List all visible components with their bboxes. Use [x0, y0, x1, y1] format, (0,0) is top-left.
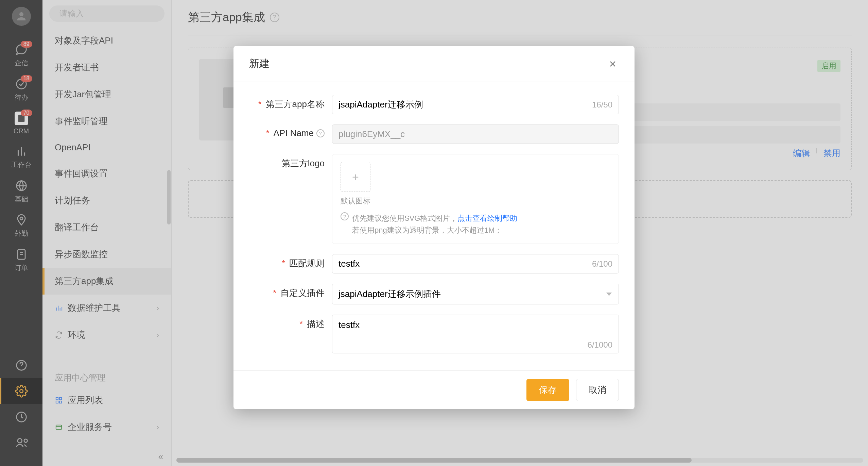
modal-title: 新建	[249, 57, 607, 71]
label-app-name: 第三方app名称	[266, 98, 325, 110]
textarea-desc[interactable]	[338, 320, 612, 347]
textarea-desc-wrap[interactable]: 6/1000	[332, 315, 619, 353]
counter-rule: 6/100	[592, 259, 612, 269]
input-app-name-wrap[interactable]: 16/50	[332, 95, 619, 114]
value-api-name: plugin6EyMX__c	[338, 129, 405, 139]
input-rule[interactable]	[338, 259, 592, 269]
counter-desc: 6/1000	[588, 340, 612, 350]
upload-area: + 默认图标 ? 优先建议您使用SVG格式图片，点击查看绘制帮助 若使用png建…	[332, 154, 619, 244]
label-rule: 匹配规则	[289, 257, 325, 269]
input-api-name-wrap: plugin6EyMX__c	[332, 124, 619, 144]
upload-button[interactable]: +	[341, 162, 370, 192]
select-plugin-value: jsapiAdapter迁移示例插件	[338, 288, 441, 300]
help-icon[interactable]: ?	[341, 212, 349, 220]
input-app-name[interactable]	[338, 99, 592, 110]
label-plugin: 自定义插件	[280, 287, 325, 299]
label-desc: 描述	[307, 318, 325, 330]
label-logo: 第三方logo	[281, 157, 325, 169]
help-icon[interactable]: ?	[316, 129, 325, 137]
cancel-button[interactable]: 取消	[576, 379, 619, 401]
close-button[interactable]	[607, 58, 619, 70]
close-icon	[608, 59, 618, 69]
save-button[interactable]: 保存	[526, 379, 569, 401]
modal-overlay: 新建 *第三方app名称 16/50 *API Name ? pl	[0, 0, 868, 466]
select-plugin[interactable]: jsapiAdapter迁移示例插件	[332, 284, 619, 304]
upload-default-label: 默认图标	[341, 196, 610, 206]
create-modal: 新建 *第三方app名称 16/50 *API Name ? pl	[233, 46, 635, 409]
upload-hint: 优先建议您使用SVG格式图片，点击查看绘制帮助 若使用png建议为透明背景，大小…	[352, 212, 517, 236]
label-api-name: API Name	[274, 128, 314, 138]
input-rule-wrap[interactable]: 6/100	[332, 254, 619, 273]
draw-help-link[interactable]: 点击查看绘制帮助	[457, 214, 517, 222]
counter-app-name: 16/50	[592, 100, 612, 110]
